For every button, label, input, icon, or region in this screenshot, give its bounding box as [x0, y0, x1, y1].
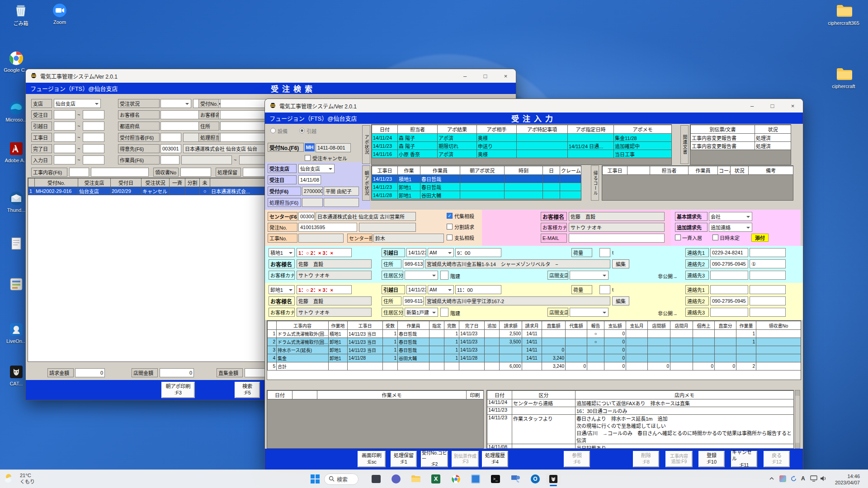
- payment-offset-checkbox[interactable]: [447, 235, 453, 240]
- datetime-tbd-checkbox[interactable]: [712, 235, 718, 240]
- unloading-contact2-sub[interactable]: [750, 296, 786, 305]
- order-date-to[interactable]: [83, 110, 104, 119]
- related-docs-area[interactable]: 別伝票/文書状況 工事内容変更報告書処理済工事内容変更報告書処理済: [690, 124, 791, 165]
- work-memo-table[interactable]: 日付作業メモ印刷: [267, 390, 484, 399]
- tray-chevron-up-icon[interactable]: [769, 475, 775, 483]
- unloading-contact3-sub[interactable]: [750, 308, 786, 317]
- maximize-button[interactable]: □: [475, 69, 495, 83]
- add-work-button[interactable]: 工事内容追加:F9: [665, 451, 693, 467]
- table-row[interactable]: 14/11/24センターから連絡追加確認について返信FAXあり 排水ホースは直集: [487, 399, 794, 407]
- work-date-from[interactable]: [54, 133, 75, 142]
- work-memo-area[interactable]: 日付作業メモ印刷: [267, 390, 484, 449]
- entry-date-to[interactable]: [83, 155, 104, 164]
- table-row[interactable]: 14/11/24森 陽子アポ済奥様集金11/28: [372, 134, 672, 142]
- taskbar-terminal-app[interactable]: >_: [489, 473, 502, 485]
- moving-radio[interactable]: [299, 128, 305, 133]
- table-row[interactable]: 1ドラム式洗濯機取外(固...積地114/11/23 当日1春日哲哉114/11…: [268, 330, 801, 338]
- delete-button[interactable]: 削除:F8: [633, 451, 659, 467]
- entry-date-from[interactable]: [54, 155, 75, 164]
- loading-address-edit-button[interactable]: 編集: [612, 259, 629, 268]
- loading-contact2-sub[interactable]: ①: [750, 259, 786, 268]
- back-button[interactable]: 戻る:F12: [764, 451, 790, 467]
- return-call-area[interactable]: 工事日担当者作業員コール状況備考: [602, 165, 793, 201]
- table-row[interactable]: 4集金卸地114/11/281谷田大輔114/11/2814/113,2400: [268, 354, 801, 362]
- simultaneous-movein-checkbox[interactable]: [675, 235, 681, 240]
- loading-interstore-select[interactable]: [570, 271, 609, 280]
- customer-kana-value[interactable]: サトウ ナオキ: [569, 223, 665, 232]
- table-row[interactable]: 14/11/08当日記載あり: [487, 444, 794, 449]
- table-row[interactable]: 3排水ホース(延長)卸地114/11/23 当日1春日哲哉114/11/2314…: [268, 346, 801, 354]
- unloading-customer-name[interactable]: 佐藤 直毅: [297, 296, 372, 305]
- table-row[interactable]: 14/11/2316：30日通コールのみ: [487, 407, 794, 415]
- split-billing-checkbox[interactable]: [447, 224, 453, 230]
- morning-apo-print-button[interactable]: 朝アポ印刷 :F3: [161, 382, 195, 398]
- loading-time-value[interactable]: 9：00: [455, 248, 501, 257]
- unloading-time-value[interactable]: 11：00: [455, 285, 501, 294]
- loading-contact1-sub[interactable]: [750, 248, 786, 257]
- minimize-button[interactable]: –: [455, 69, 475, 83]
- loading-customer-name[interactable]: 佐藤 直毅: [297, 259, 372, 268]
- tray-sync-icon[interactable]: [790, 475, 797, 483]
- work-content-name[interactable]: [91, 168, 149, 177]
- email-input[interactable]: [569, 234, 665, 243]
- table-row[interactable]: 14/11/23卸地1春日哲哉: [372, 183, 581, 191]
- loading-contact3-sub[interactable]: [750, 271, 786, 280]
- taskbar-outlook-app[interactable]: O: [529, 473, 542, 485]
- desktop-icon-ciphercraft365[interactable]: ciphercraft365: [827, 4, 860, 26]
- taskbar-search[interactable]: 検索: [324, 474, 359, 485]
- cancel-button[interactable]: キャンセル:F11: [731, 451, 757, 467]
- unloading-contact3-value[interactable]: [710, 308, 748, 317]
- apo-body[interactable]: 14/11/24森 陽子アポ済奥様集金11/2814/11/23森 陽子期限切れ…: [372, 134, 672, 158]
- title-bar[interactable]: 電気工事管理システム/Ver 2.0.1 – □ ×: [26, 69, 516, 83]
- facility-radio[interactable]: [270, 128, 276, 133]
- complete-date-from[interactable]: [54, 144, 75, 153]
- store-memo-table[interactable]: 日付区分店内メモ 14/11/24センターから連絡追加確認について返信FAXあり…: [487, 390, 794, 449]
- unloading-ampm-select[interactable]: AM: [428, 285, 454, 294]
- work-content-code[interactable]: [69, 168, 89, 177]
- loading-floors-input[interactable]: [440, 271, 448, 280]
- table-row[interactable]: 14/11/28卸地1谷田大輔: [372, 191, 581, 199]
- reception-staff-code[interactable]: [160, 133, 181, 142]
- table-row[interactable]: 14/11/23森 陽子期限切れ申送り14/11/24 日通...追加確認中: [372, 142, 672, 150]
- order-date-from[interactable]: [54, 110, 75, 119]
- loading-movedate-value[interactable]: 14/11/23: [406, 248, 426, 257]
- tray-ime-indicator[interactable]: A: [801, 475, 805, 482]
- store-memo-area[interactable]: 日付区分店内メモ 14/11/24センターから連絡追加確認について返信FAXあり…: [486, 390, 794, 449]
- taskbar-explorer-app[interactable]: [410, 473, 422, 485]
- center-code[interactable]: 003006: [298, 212, 315, 221]
- tray-photos-icon[interactable]: [779, 475, 786, 483]
- loading-contact3-value[interactable]: [710, 271, 748, 280]
- memo-scrollbar[interactable]: [795, 390, 800, 449]
- work-body[interactable]: 1ドラム式洗濯機取外(固...積地114/11/23 当日1春日哲哉114/11…: [268, 330, 801, 371]
- taskbar-cat-app-active[interactable]: [546, 473, 561, 485]
- copy-reception-no-button[interactable]: 受付No.コピー:F2: [421, 451, 448, 467]
- loading-contact1-value[interactable]: 0229-24-8241: [710, 248, 748, 257]
- loading-volume-input[interactable]: [599, 248, 610, 257]
- related-docs-table[interactable]: 別伝票/文書状況 工事内容変更報告書処理済工事内容変更報告書処理済: [690, 125, 791, 150]
- apo-status-area[interactable]: 日付担当者アポ結果アポ相手アポ特記事項アポ指定日時アポメモ 14/11/24森 …: [371, 124, 672, 165]
- search-button[interactable]: 検索 :F5: [235, 382, 260, 398]
- tray-speaker-icon[interactable]: [820, 475, 827, 483]
- reception-no-value[interactable]: 1411-08-001: [316, 143, 351, 152]
- loading-housing-select[interactable]: [405, 271, 438, 280]
- unloading-contact2-value[interactable]: 090-2795-0945: [710, 296, 748, 305]
- move-date-to[interactable]: [83, 122, 104, 131]
- attachment-badge[interactable]: 添付: [751, 234, 769, 242]
- additional-billing-select[interactable]: 追加連絡: [709, 223, 752, 232]
- reference-button[interactable]: 参照:F6: [564, 451, 590, 467]
- loading-ampm-select[interactable]: AM: [428, 248, 454, 257]
- order-branch-select[interactable]: 仙台支店: [298, 164, 335, 173]
- worker-code-from[interactable]: [160, 155, 179, 164]
- title-bar[interactable]: 電気工事管理システム/Ver 2.0.1 – □ ×: [265, 99, 803, 113]
- maximize-button[interactable]: □: [762, 99, 783, 113]
- unloading-contact1-value[interactable]: [710, 285, 748, 294]
- unloading-interstore-select[interactable]: [570, 308, 609, 317]
- table-row[interactable]: 14/11/23積地1春日哲哉: [372, 175, 581, 183]
- desktop-icon-zoom[interactable]: Zoom: [43, 3, 76, 25]
- desktop-icon-ciphercraft[interactable]: ciphercraft: [827, 67, 860, 89]
- table-row[interactable]: 2ドラム式洗濯機取付(固...卸地114/11/23 当日1春日哲哉114/11…: [268, 338, 801, 346]
- loading-zip[interactable]: 989-6131: [403, 259, 424, 268]
- move-date-from[interactable]: [54, 122, 75, 131]
- unloading-movedate-value[interactable]: 14/11/23: [406, 285, 426, 294]
- taskbar-devices-app[interactable]: [509, 473, 522, 485]
